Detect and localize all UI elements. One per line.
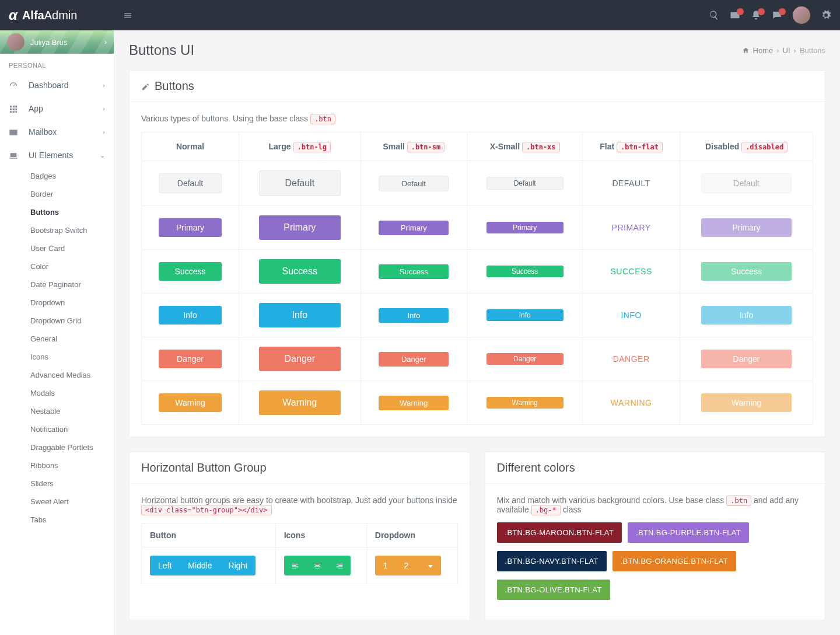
sidebar-subitem-notification[interactable]: Notification [0,420,114,438]
sidebar-subitem-dropdown-grid[interactable]: Dropdown Grid [0,312,114,330]
notifications-button[interactable] [751,10,761,20]
avatar [7,33,24,51]
danger-button[interactable]: Danger [487,353,564,365]
danger-button[interactable]: Danger [379,352,449,367]
hgroup-btn-right[interactable]: Right [220,556,256,575]
default-flat-button[interactable]: DEFAULT [603,175,659,192]
grid-icon [9,103,22,114]
primary-flat-button[interactable]: PRIMARY [603,219,660,236]
danger-button[interactable]: Danger [259,347,341,371]
warning-button[interactable]: Warning [487,397,564,409]
code-btn: .btn [310,114,335,124]
primary-button[interactable]: Primary [379,221,449,235]
color-button[interactable]: .BTN.BG-MAROON.BTN-FLAT [497,522,622,543]
success-button[interactable]: Success [487,266,564,277]
dropdown-toggle[interactable] [416,556,441,575]
hgroup-btn-left[interactable]: Left [150,556,180,575]
sidebar-subitem-date-paginator[interactable]: Date Paginator [0,275,114,294]
panel-different-colors: Different colors Mix and match with vari… [485,452,826,620]
primary-button[interactable]: Primary [159,218,222,237]
menu-toggle-button[interactable] [114,10,141,20]
info-button[interactable]: Info [487,309,564,321]
align-center-button[interactable] [306,556,328,575]
primary-button[interactable]: Primary [259,215,341,240]
sidebar-subitem-badges[interactable]: Badges [0,167,114,185]
col-header: Small .btn-sm [360,132,467,161]
sidebar-item-mailbox[interactable]: Mailbox › [0,120,114,144]
hgroup-btn-middle[interactable]: Middle [180,556,220,575]
default-disabled-button: Default [701,173,792,193]
buttons-table: NormalLarge .btn-lgSmall .btn-smX-Small … [141,132,813,425]
sidebar-subitem-dropdown[interactable]: Dropdown [0,294,114,312]
info-disabled-button: Info [701,306,792,325]
sidebar-subitem-ribbons[interactable]: Ribbons [0,456,114,474]
settings-button[interactable] [821,10,831,20]
info-button[interactable]: Info [259,303,341,327]
success-button[interactable]: Success [259,259,341,284]
warning-button[interactable]: Warning [159,393,222,412]
mail-button[interactable] [730,10,740,20]
dropdown-btn-2[interactable]: 2 [396,556,417,575]
align-left-button[interactable] [284,556,306,575]
info-button[interactable]: Info [159,306,222,325]
sidebar-subitem-sweet-alert[interactable]: Sweet Alert [0,493,114,511]
color-button[interactable]: .BTN.BG-ORANGE.BTN-FLAT [612,551,736,571]
sidebar-subitem-draggable-portlets[interactable]: Draggable Portlets [0,438,114,456]
breadcrumb-ui[interactable]: UI [783,46,790,55]
sidebar-subitem-nestable[interactable]: Nestable [0,402,114,420]
danger-flat-button[interactable]: DANGER [604,350,659,368]
sidebar-subitem-sliders[interactable]: Sliders [0,474,114,493]
sidebar-item-app[interactable]: App › [0,97,114,120]
warning-button[interactable]: Warning [379,396,449,410]
notif-badge [758,8,765,15]
color-button[interactable]: .BTN.BG-PURPLE.BTN-FLAT [628,522,749,543]
primary-button[interactable]: Primary [487,222,564,233]
default-button[interactable]: Default [487,177,564,190]
topbar: α AlfaAdmin [0,0,840,30]
sidebar-subitem-icons[interactable]: Icons [0,348,114,366]
sidebar-subitem-bootstrap-switch[interactable]: Bootstrap Switch [0,221,114,239]
search-button[interactable] [709,10,719,20]
sidebar-subitem-user-card[interactable]: User Card [0,239,114,257]
default-button[interactable]: Default [379,176,449,191]
sidebar-subitem-color[interactable]: Color [0,257,114,275]
chevron-right-icon: › [103,105,105,112]
info-flat-button[interactable]: INFO [611,306,650,324]
sidebar-subitem-buttons[interactable]: Buttons [0,203,114,221]
sidebar-item-dashboard[interactable]: Dashboard › [0,74,114,97]
col-header: Disabled .disabled [680,132,813,161]
sidebar-subitem-advanced-medias[interactable]: Advanced Medias [0,366,114,384]
breadcrumb-home[interactable]: Home [753,46,774,55]
sidebar-subitem-tabs[interactable]: Tabs [0,511,114,529]
color-button[interactable]: .BTN.BG-OLIVE.BTN-FLAT [497,580,610,600]
sidebar-item-ui-elements[interactable]: UI Elements ⌄ [0,144,114,167]
sidebar-submenu-ui: BadgesBorderButtonsBootstrap SwitchUser … [0,167,114,529]
warning-button[interactable]: Warning [259,390,341,415]
col-header: X-Small .btn-xs [467,132,583,161]
align-right-icon [335,562,344,570]
messages-button[interactable] [772,10,782,20]
bars-icon [123,11,132,20]
sidebar-subitem-modals[interactable]: Modals [0,384,114,402]
sidebar-user-panel[interactable]: Juliya Brus › [0,30,114,54]
success-button[interactable]: Success [159,262,222,281]
align-right-button[interactable] [328,556,351,575]
sidebar-subitem-general[interactable]: General [0,330,114,348]
dropdown-btn-1[interactable]: 1 [375,556,396,575]
default-button[interactable]: Default [259,170,341,196]
color-button[interactable]: .BTN.BG-NAVY.BTN-FLAT [497,551,607,571]
warning-flat-button[interactable]: WARNING [601,394,662,411]
success-flat-button[interactable]: SUCCESS [601,263,662,280]
info-button[interactable]: Info [379,308,449,323]
avatar [793,6,810,24]
home-icon [742,47,750,54]
danger-button[interactable]: Danger [159,350,222,368]
breadcrumb-current: Buttons [800,46,825,55]
sidebar-subitem-border[interactable]: Border [0,185,114,203]
success-button[interactable]: Success [379,264,449,279]
default-button[interactable]: Default [159,173,222,193]
logo[interactable]: α AlfaAdmin [0,0,114,30]
success-disabled-button: Success [701,262,792,281]
user-avatar-button[interactable] [793,6,810,24]
logo-icon: α [9,7,18,23]
